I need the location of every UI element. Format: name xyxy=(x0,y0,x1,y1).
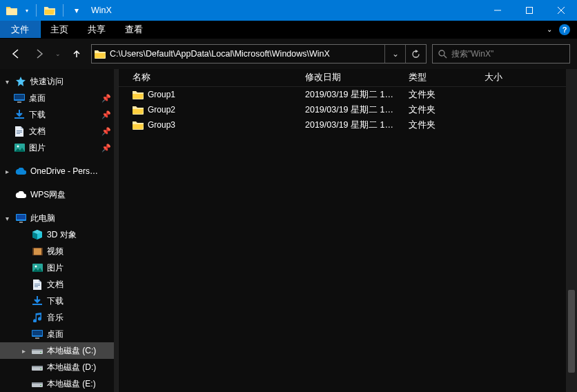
address-folder-icon xyxy=(92,50,108,59)
tree-quick-item[interactable]: 图片📌 xyxy=(0,139,118,156)
tree-pc-item[interactable]: 桌面 xyxy=(0,326,118,342)
column-date[interactable]: 修改日期 xyxy=(305,72,409,84)
qat-overflow-icon[interactable]: ▾ xyxy=(69,3,84,18)
tree-quick-access[interactable]: ▾ 快速访问 xyxy=(0,73,118,90)
tree-label: 视频 xyxy=(47,246,63,257)
folder-icon xyxy=(133,121,144,130)
tree-label: 桌面 xyxy=(47,329,63,340)
help-icon[interactable]: ? xyxy=(559,24,570,35)
tree-label: 音乐 xyxy=(47,312,63,324)
nav-up-button[interactable] xyxy=(68,45,86,63)
search-box[interactable]: 搜索"WinX" xyxy=(432,44,570,63)
column-size[interactable]: 大小 xyxy=(485,72,540,84)
file-type: 文件夹 xyxy=(409,104,485,116)
download-icon xyxy=(14,109,25,120)
vertical-scrollbar[interactable] xyxy=(566,69,577,392)
svg-rect-22 xyxy=(35,286,38,287)
tree-pc-item[interactable]: 图片 xyxy=(0,259,118,276)
folder-icon[interactable] xyxy=(4,3,19,18)
tree-wps[interactable]: WPS网盘 xyxy=(0,186,118,203)
ribbon-tab-home[interactable]: 主页 xyxy=(41,21,78,38)
svg-rect-29 xyxy=(40,352,41,353)
tree-label: 3D 对象 xyxy=(47,229,77,241)
tree-pc-item[interactable]: 视频 xyxy=(0,243,118,259)
svg-rect-26 xyxy=(35,337,39,339)
tree-onedrive[interactable]: ▸ OneDrive - Pers… xyxy=(0,163,118,179)
svg-rect-13 xyxy=(19,222,23,223)
chevron-right-icon[interactable]: ▸ xyxy=(3,168,11,175)
svg-point-10 xyxy=(17,146,19,148)
address-input[interactable] xyxy=(108,49,384,59)
svg-rect-8 xyxy=(17,133,20,134)
pin-icon: 📌 xyxy=(101,94,111,103)
chevron-right-icon[interactable]: ▸ xyxy=(19,347,28,355)
tree-pc-item[interactable]: 下载 xyxy=(0,293,118,309)
ribbon-tabs: 文件 主页 共享 查看 ⌄ ? xyxy=(0,21,577,39)
svg-rect-6 xyxy=(17,130,22,131)
ribbon-collapse-icon[interactable]: ⌄ xyxy=(547,26,552,33)
tree-label: 下载 xyxy=(47,295,63,307)
star-icon xyxy=(15,76,26,87)
svg-rect-15 xyxy=(33,248,42,255)
svg-rect-21 xyxy=(35,285,40,286)
scrollbar-thumb[interactable] xyxy=(568,290,575,373)
tree-label: 桌面 xyxy=(29,92,46,104)
minimize-button[interactable] xyxy=(482,0,514,21)
svg-rect-32 xyxy=(40,369,41,369)
navigation-bar: ⌄ ⌄ 搜索"WinX" xyxy=(0,39,577,69)
file-row[interactable]: Group12019/03/19 星期二 1…文件夹 xyxy=(119,87,577,102)
ribbon-file-tab[interactable]: 文件 xyxy=(0,21,41,38)
file-date: 2019/03/19 星期二 1… xyxy=(305,104,409,116)
nav-history-dropdown[interactable]: ⌄ xyxy=(54,45,62,63)
column-name[interactable]: 名称 xyxy=(133,72,305,84)
svg-rect-5 xyxy=(14,117,24,119)
document-icon xyxy=(14,126,25,137)
tree-quick-item[interactable]: 文档📌 xyxy=(0,123,118,139)
tree-pc-item[interactable]: 音乐 xyxy=(0,309,118,326)
svg-rect-20 xyxy=(35,284,40,284)
svg-rect-4 xyxy=(17,101,21,103)
file-row[interactable]: Group32019/03/19 星期二 1…文件夹 xyxy=(119,117,577,133)
drive-icon xyxy=(32,378,43,389)
tree-this-pc[interactable]: ▾ 此电脑 xyxy=(0,210,118,226)
tree-drive-item[interactable]: 本地磁盘 (E:) xyxy=(0,375,118,392)
tree-label: 快速访问 xyxy=(30,76,63,88)
tree-drive-item[interactable]: 本地磁盘 (D:) xyxy=(0,359,118,375)
column-headers[interactable]: 名称 修改日期 类型 大小 xyxy=(119,69,577,87)
address-dropdown-button[interactable]: ⌄ xyxy=(384,45,405,63)
tree-quick-item[interactable]: 桌面📌 xyxy=(0,90,118,106)
column-type[interactable]: 类型 xyxy=(409,72,485,84)
window-controls xyxy=(482,0,577,21)
tree-drive-item[interactable]: ▸本地磁盘 (C:) xyxy=(0,342,118,359)
maximize-button[interactable] xyxy=(514,0,545,21)
svg-rect-34 xyxy=(32,382,43,384)
svg-point-19 xyxy=(35,266,37,268)
chevron-down-icon[interactable]: ▾ xyxy=(3,215,11,222)
tree-pc-item[interactable]: 3D 对象 xyxy=(0,226,118,243)
desktop-icon xyxy=(14,92,25,104)
chevron-down-icon[interactable]: ▾ xyxy=(3,78,11,86)
ribbon-tab-share[interactable]: 共享 xyxy=(78,21,115,38)
video-icon xyxy=(32,246,43,257)
navigation-tree[interactable]: ▾ 快速访问 桌面📌下载📌文档📌图片📌 ▸ OneDrive - Pers… W… xyxy=(0,69,119,392)
file-row[interactable]: Group22019/03/19 星期二 1…文件夹 xyxy=(119,102,577,117)
nav-forward-button[interactable] xyxy=(30,45,48,63)
close-button[interactable] xyxy=(545,0,577,21)
svg-rect-28 xyxy=(32,349,43,351)
qat-dropdown-icon[interactable]: ▾ xyxy=(23,3,30,18)
tree-label: 文档 xyxy=(47,279,63,291)
tree-label: 本地磁盘 (D:) xyxy=(47,362,96,373)
qat-open-folder-icon[interactable] xyxy=(42,3,57,18)
svg-rect-31 xyxy=(32,366,43,367)
refresh-button[interactable] xyxy=(405,45,426,63)
title-bar: ▾ ▾ WinX xyxy=(0,0,577,21)
tree-label: 此电脑 xyxy=(30,213,55,224)
svg-rect-25 xyxy=(32,331,42,335)
tree-pc-item[interactable]: 文档 xyxy=(0,276,118,293)
svg-rect-35 xyxy=(40,385,41,386)
nav-back-button[interactable] xyxy=(7,45,25,63)
ribbon-tab-view[interactable]: 查看 xyxy=(115,21,153,38)
tree-quick-item[interactable]: 下载📌 xyxy=(0,106,118,123)
address-bar[interactable]: ⌄ xyxy=(91,44,427,63)
folder-icon xyxy=(133,106,144,115)
